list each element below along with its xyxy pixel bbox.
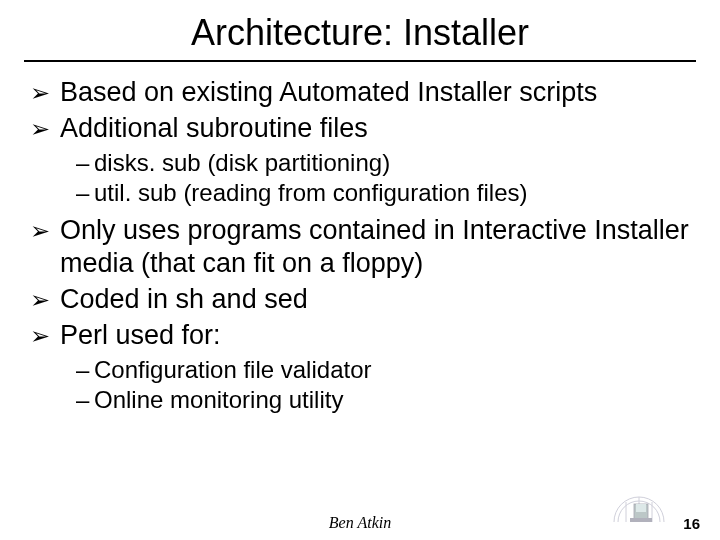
svg-rect-5 — [630, 518, 652, 522]
sub-item: disks. sub (disk partitioning) — [76, 148, 696, 178]
bullet-list: ➢Based on existing Automated Installer s… — [24, 76, 696, 415]
sub-item: Online monitoring utility — [76, 385, 696, 415]
sub-list: disks. sub (disk partitioning)util. sub … — [30, 148, 696, 208]
slide: Architecture: Installer ➢Based on existi… — [0, 0, 720, 540]
bullet-text: Based on existing Automated Installer sc… — [60, 77, 597, 107]
bullet-text: Perl used for: — [60, 320, 221, 350]
bullet-text: Coded in sh and sed — [60, 284, 308, 314]
arrow-icon: ➢ — [30, 321, 50, 350]
slide-title: Architecture: Installer — [24, 12, 696, 54]
bullet-item: ➢Additional subroutine files — [30, 112, 696, 145]
sub-item: util. sub (reading from configuration fi… — [76, 178, 696, 208]
bullet-item: ➢Perl used for: — [30, 319, 696, 352]
title-rule — [24, 60, 696, 62]
logo-icon — [612, 482, 666, 524]
bullet-item: ➢Coded in sh and sed — [30, 283, 696, 316]
arrow-icon: ➢ — [30, 78, 50, 107]
arrow-icon: ➢ — [30, 114, 50, 143]
author-name: Ben Atkin — [329, 514, 391, 532]
bullet-text: Additional subroutine files — [60, 113, 368, 143]
bullet-item: ➢Based on existing Automated Installer s… — [30, 76, 696, 109]
sub-list: Configuration file validatorOnline monit… — [30, 355, 696, 415]
bullet-text: Only uses programs contained in Interact… — [60, 215, 689, 278]
sub-item: Configuration file validator — [76, 355, 696, 385]
bullet-item: ➢Only uses programs contained in Interac… — [30, 214, 696, 280]
page-number: 16 — [683, 515, 700, 532]
svg-rect-4 — [636, 504, 646, 512]
arrow-icon: ➢ — [30, 216, 50, 245]
arrow-icon: ➢ — [30, 285, 50, 314]
